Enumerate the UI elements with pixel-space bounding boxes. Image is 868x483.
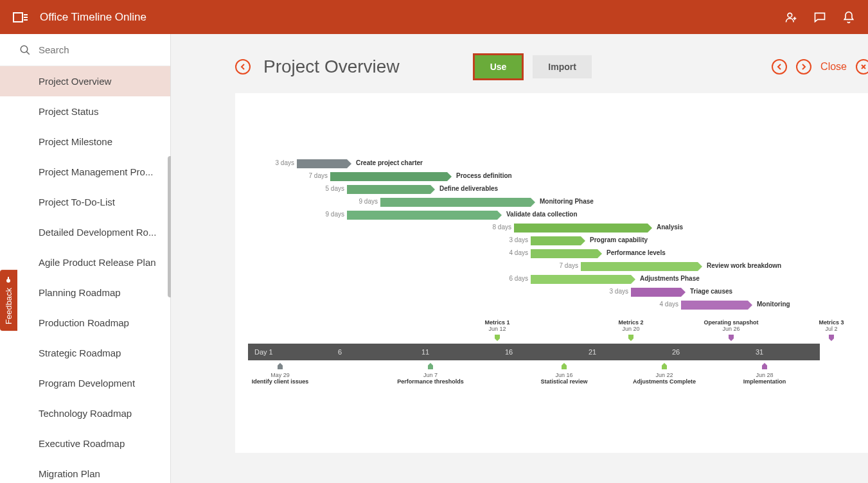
- header-icons: [784, 11, 855, 24]
- task-duration: 3 days: [500, 236, 528, 243]
- task-duration: 9 days: [350, 198, 378, 205]
- task-bar: [380, 198, 531, 207]
- next-button[interactable]: [796, 59, 811, 75]
- task-label: Review work breakdown: [707, 262, 781, 269]
- milestone-top: Metrics 1Jun 12: [468, 319, 526, 344]
- toolbar: Project Overview Use Import Close: [235, 53, 868, 80]
- milestone-bottom: Jun 22Adjustments Complete: [626, 362, 703, 385]
- sidebar-item[interactable]: Agile Product Release Plan: [0, 247, 170, 277]
- sidebar-item[interactable]: Project To-Do-List: [0, 187, 170, 217]
- task-bar: [514, 224, 648, 233]
- sidebar-item[interactable]: Executive Roadmap: [0, 428, 170, 459]
- back-button[interactable]: [235, 59, 251, 75]
- comment-icon[interactable]: [813, 11, 826, 24]
- task-duration: 6 days: [500, 275, 528, 282]
- sidebar-item[interactable]: Technology Roadmap: [0, 398, 170, 428]
- task-bar: [297, 159, 347, 168]
- milestone-top: Metrics 3Jul 2: [802, 319, 860, 344]
- task-label: Adjustments Phase: [640, 275, 700, 282]
- milestone-bottom: Jun 16Statistical review: [526, 362, 603, 385]
- prev-button[interactable]: [772, 59, 787, 75]
- task-duration: 8 days: [483, 224, 511, 231]
- milestone-top: Metrics 2Jun 20: [602, 319, 660, 344]
- timeline-tick: 21: [589, 348, 596, 356]
- task-bar: [581, 262, 698, 271]
- sidebar-item[interactable]: Planning Roadmap: [0, 277, 170, 308]
- user-add-icon[interactable]: [784, 11, 797, 24]
- task-duration: 7 days: [550, 262, 578, 269]
- chevron-right-icon: [801, 64, 807, 70]
- sidebar: Project OverviewProject StatusProject Mi…: [0, 34, 171, 483]
- task-bar: [531, 249, 598, 258]
- lightbulb-icon: [5, 276, 13, 284]
- svg-point-4: [788, 13, 792, 17]
- close-label[interactable]: Close: [820, 61, 847, 73]
- sidebar-item[interactable]: Project Status: [0, 96, 170, 127]
- sidebar-item[interactable]: Production Roadmap: [0, 308, 170, 338]
- task-duration: 4 days: [500, 249, 528, 256]
- app-title: Office Timeline Online: [40, 11, 784, 24]
- close-icon: [860, 64, 867, 70]
- task-label: Analysis: [657, 224, 683, 231]
- timeline-tick: 31: [756, 348, 763, 356]
- task-duration: 4 days: [650, 301, 678, 308]
- task-duration: 7 days: [299, 172, 328, 179]
- sidebar-item[interactable]: Strategic Roadmap: [0, 338, 170, 368]
- task-label: Monitoring: [757, 301, 790, 308]
- milestone-bottom: Jun 7Performance thresholds: [392, 362, 469, 385]
- gantt-chart: 3 daysCreate project charter7 daysProces…: [267, 157, 839, 312]
- search-input[interactable]: [39, 44, 161, 55]
- svg-point-7: [21, 46, 28, 53]
- app-header: Office Timeline Online: [0, 0, 868, 34]
- search-row: [0, 34, 170, 66]
- feedback-tab[interactable]: Feedback: [0, 270, 17, 331]
- task-bar: [681, 301, 748, 310]
- task-label: Validate data collection: [506, 211, 578, 218]
- task-bar: [347, 185, 430, 194]
- logo-icon: [13, 11, 28, 24]
- task-bar: [531, 236, 581, 245]
- close-button[interactable]: [856, 59, 868, 75]
- task-label: Define deliverables: [439, 185, 498, 192]
- task-bar: [631, 288, 681, 297]
- chevron-left-icon: [776, 64, 783, 70]
- milestone-bottom: Jun 28Implementation: [726, 362, 803, 385]
- import-button[interactable]: Import: [533, 55, 592, 78]
- svg-point-9: [7, 279, 11, 283]
- task-label: Monitoring Phase: [540, 198, 594, 205]
- timeline-tick: 11: [421, 348, 429, 356]
- sidebar-item[interactable]: Project Management Pro...: [0, 157, 170, 187]
- timeline-tick: 16: [505, 348, 513, 356]
- sidebar-list: Project OverviewProject StatusProject Mi…: [0, 66, 170, 482]
- task-label: Performance levels: [607, 249, 666, 256]
- main-area: Project Overview Use Import Close 3 days…: [171, 34, 868, 483]
- sidebar-item[interactable]: Migration Plan: [0, 459, 170, 482]
- milestone-bottom: May 29Identify client issues: [242, 362, 319, 385]
- timeline-tick: 26: [672, 348, 680, 356]
- bell-icon[interactable]: [842, 11, 855, 24]
- sidebar-item[interactable]: Detailed Development Ro...: [0, 217, 170, 247]
- sidebar-item[interactable]: Project Milestone: [0, 127, 170, 157]
- task-label: Program capability: [590, 236, 648, 243]
- svg-rect-0: [13, 13, 22, 22]
- task-bar: [531, 275, 631, 284]
- use-button[interactable]: Use: [473, 53, 524, 80]
- sidebar-item[interactable]: Project Overview: [0, 66, 170, 96]
- timeline-canvas: 3 daysCreate project charter7 daysProces…: [235, 93, 868, 453]
- milestone-top: Operating snapshotJun 26: [702, 319, 760, 344]
- search-icon: [19, 44, 31, 56]
- task-duration: 3 days: [266, 159, 294, 166]
- task-label: Process definition: [456, 172, 512, 179]
- page-title: Project Overview: [263, 57, 400, 77]
- svg-rect-10: [8, 277, 10, 279]
- task-bar: [330, 172, 447, 181]
- timeline-tick: 6: [338, 348, 342, 356]
- sidebar-item[interactable]: Program Development: [0, 368, 170, 398]
- timeline-band: Day 161116212631: [248, 344, 820, 360]
- task-duration: 9 days: [316, 211, 344, 218]
- task-label: Create project charter: [356, 159, 423, 166]
- feedback-label: Feedback: [4, 288, 13, 324]
- toolbar-right: Close: [772, 59, 868, 75]
- timeline-tick: Day 1: [254, 348, 273, 356]
- arrow-left-icon: [239, 63, 247, 71]
